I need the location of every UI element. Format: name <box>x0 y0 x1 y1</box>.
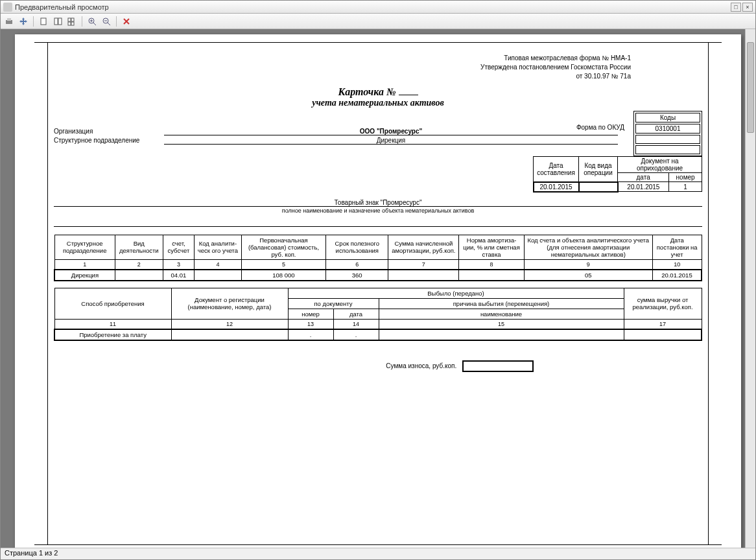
svg-line-10 <box>93 23 96 25</box>
toolbar <box>1 14 755 29</box>
grid2: Способ приобретения Документ о регистрац… <box>54 288 702 341</box>
form-header-line1: Типовая межотраслевая форма № НМА-1 <box>54 54 631 63</box>
page-single-button[interactable] <box>38 16 49 27</box>
g2-num-1: 12 <box>171 319 288 329</box>
document-subtitle: учета нематериальных активов <box>54 98 702 108</box>
svg-rect-4 <box>58 18 62 25</box>
codes-header: Коды <box>635 113 700 122</box>
document-page: Типовая межотраслевая форма № НМА-1 Утве… <box>15 34 741 548</box>
g2-cell-2: . <box>288 329 333 340</box>
g1-num-2: 3 <box>163 259 194 270</box>
svg-rect-8 <box>71 22 74 25</box>
svg-rect-2 <box>41 18 46 25</box>
wear-sum-row: Сумма износа, руб.коп. <box>54 360 702 372</box>
g1-num-6: 7 <box>388 259 459 270</box>
app-icon <box>3 3 12 12</box>
g2-cell-3: . <box>333 329 379 340</box>
g1-cell-9: 20.01.2015 <box>652 270 702 281</box>
g2-cell-4 <box>379 329 624 340</box>
g1-header-1: Вид деятельности <box>115 235 163 259</box>
g2-num-2: 13 <box>288 319 333 329</box>
g1-cell-8: 05 <box>524 270 652 281</box>
g2-date: дата <box>333 309 379 319</box>
g1-num-9: 10 <box>652 259 702 270</box>
meta-opcode-val <box>579 182 618 192</box>
g1-header-6: Сумма начисленной амортизации, руб.коп. <box>388 235 459 259</box>
page-multi-button[interactable] <box>66 16 78 27</box>
org-value: ООО "Промресурс" <box>164 128 618 135</box>
move-button[interactable] <box>18 16 29 27</box>
preview-window: Предварительный просмотр □ × Типовая меж… <box>0 0 756 560</box>
g2-cell-0: Приобретение за плату <box>54 329 171 340</box>
g2-cell-5 <box>624 329 702 340</box>
g1-header-4: Первоначальная (балансовая) стоимость, р… <box>241 235 325 259</box>
meta-table: Дата составления Код вида операции Докум… <box>533 156 703 192</box>
g1-cell-3 <box>195 270 242 281</box>
g1-header-8: Код счета и объекта аналитического учета… <box>524 235 652 259</box>
dept-value: Дирекция <box>164 137 618 145</box>
meta-doc-num-val: 1 <box>669 182 702 192</box>
window-title: Предварительный просмотр <box>15 3 109 11</box>
g1-cell-7 <box>459 270 524 281</box>
org-label: Организация <box>54 128 164 135</box>
scrollbar-thumb[interactable] <box>747 42 754 133</box>
zoom-out-button[interactable] <box>100 16 112 27</box>
g2-cell-1 <box>171 329 288 340</box>
statusbar: Страница 1 из 2 <box>1 548 755 559</box>
object-name-block: Товарный знак "Промресурс" полное наимен… <box>54 199 702 214</box>
page-viewport[interactable]: Типовая межотраслевая форма № НМА-1 Утве… <box>1 29 755 548</box>
object-name: Товарный знак "Промресурс" <box>54 199 702 207</box>
g1-header-2: счет, субсчет <box>163 235 194 259</box>
g1-cell-5: 360 <box>326 270 388 281</box>
g2-disp: Выбыло (передано) <box>288 288 624 298</box>
svg-rect-6 <box>71 18 74 21</box>
page-indicator: Страница 1 из 2 <box>5 549 58 557</box>
meta-doc-date-hdr: дата <box>618 173 669 182</box>
g1-cell-2: 04.01 <box>163 270 194 281</box>
g1-num-5: 6 <box>326 259 388 270</box>
form-header: Типовая межотраслевая форма № НМА-1 Утве… <box>54 54 702 81</box>
g1-header-0: Структурное подразделение <box>54 235 115 259</box>
g1-num-4: 5 <box>241 259 325 270</box>
okud-label: Форма по ОКУД <box>576 124 624 131</box>
meta-opcode-hdr: Код вида операции <box>579 157 618 182</box>
vertical-scrollbar[interactable] <box>745 29 755 548</box>
g2-bydoc: по документу <box>288 298 379 309</box>
svg-line-14 <box>108 23 110 25</box>
g2-num: номер <box>288 309 333 319</box>
svg-rect-7 <box>68 22 71 25</box>
g2-num-3: 14 <box>333 319 379 329</box>
meta-date-val: 20.01.2015 <box>534 182 579 192</box>
meta-doc-date-val: 20.01.2015 <box>618 182 669 192</box>
dept-label: Структурное подразделение <box>54 137 164 145</box>
g1-num-0: 1 <box>54 259 115 270</box>
close-window-button[interactable]: × <box>742 3 753 12</box>
meta-date-hdr: Дата составления <box>534 157 579 182</box>
toolbar-close-button[interactable] <box>121 16 132 27</box>
g1-num-8: 9 <box>524 259 652 270</box>
g2-num-0: 11 <box>54 319 171 329</box>
g2-reg: Документ о регистрации (наименование, но… <box>171 288 288 319</box>
page-fit-button[interactable] <box>52 16 64 27</box>
card-number-blank <box>399 95 418 95</box>
form-header-line2: Утверждена постановлением Госкомстата Ро… <box>54 63 631 72</box>
g2-acq: Способ приобретения <box>54 288 171 319</box>
g2-num-5: 17 <box>624 319 702 329</box>
print-button[interactable] <box>3 16 15 27</box>
grid1: Структурное подразделениеВид деятельност… <box>54 235 702 281</box>
svg-rect-1 <box>7 18 11 21</box>
object-caption: полное наименование и назначение объекта… <box>282 207 474 214</box>
document-title: Карточка № <box>54 86 702 98</box>
g2-reason: причина выбытия (перемещения) <box>379 298 624 309</box>
okud-value: 0310001 <box>635 124 700 134</box>
g1-num-1: 2 <box>115 259 163 270</box>
wear-label: Сумма износа, руб.коп. <box>386 362 456 369</box>
g2-num-4: 15 <box>379 319 624 329</box>
meta-doc-num-hdr: номер <box>669 173 702 182</box>
g1-cell-1 <box>115 270 163 281</box>
g1-cell-4: 108 000 <box>241 270 325 281</box>
titlebar: Предварительный просмотр □ × <box>1 1 755 14</box>
svg-rect-5 <box>68 18 71 21</box>
zoom-in-button[interactable] <box>86 16 98 27</box>
minimize-button[interactable]: □ <box>731 3 741 12</box>
